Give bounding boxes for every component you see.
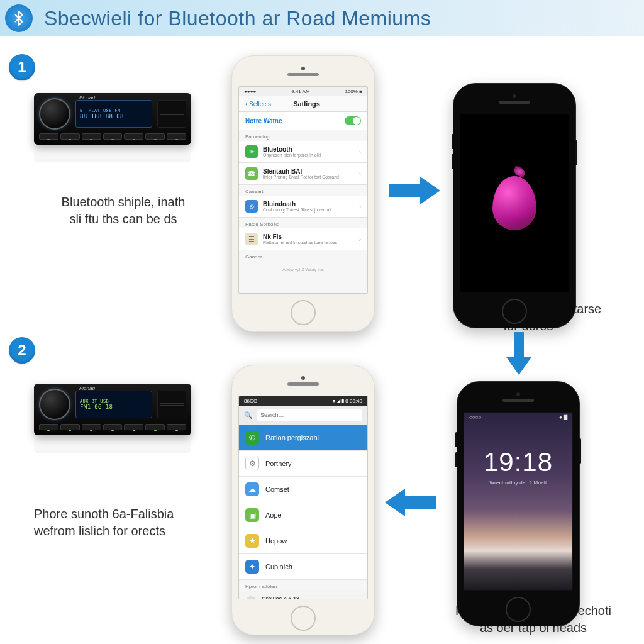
gear-icon: ⚙ [245,457,259,470]
list-row[interactable]: ⎋ BluindoathCoul ou oly Tunest fitinest … [239,196,367,218]
home-button[interactable] [291,606,316,631]
home-button[interactable] [506,597,531,622]
search-row: 🔍 [239,406,367,425]
logo-icon [492,176,536,230]
shield-icon: ✦ [245,560,259,574]
star-icon: ★ [245,534,259,548]
stereo-brand: Pionad [79,386,95,391]
phone-search-list: 86GC ▾ ◢ ▮ 0 00:40 🔍 ✆ Ration pergiszahl… [231,365,375,635]
list-row-header[interactable]: Notre Watne [239,112,367,130]
call-icon: ✆ [245,431,259,445]
stereo-dial [39,389,70,420]
lock-date: Wrectuntioy dar 2 Moalt [489,480,547,486]
list-row[interactable]: ✳ BluetoothOnpresen blan terparer in oil… [239,141,367,163]
list-row[interactable]: ⚙ Portnery [239,451,367,477]
stereo-slot [157,391,186,418]
apps-icon: ▣ [245,508,259,522]
arrow-down-icon [503,332,535,376]
list-row[interactable]: ☎ Slentauh BAIlinler Prering Brael Pot f… [239,163,367,185]
search-icon: 🔍 [244,411,253,419]
list-row[interactable]: ★ Hepow [239,528,367,554]
stereo-display: BT PLAY USB FM 88 188 88 08 [75,100,152,128]
step-badge-2: 2 [9,337,35,364]
lock-clock: 19:18 [484,447,553,477]
car-stereo-2: Pionad AUX BT USB FM1 06 18 [34,384,191,435]
bluetooth-icon [5,4,33,32]
caption-step-1: Bluetooth shiple, inath sli ftu ths can … [54,194,192,228]
cloud-icon: ☁ [245,482,259,496]
list-row[interactable]: ✦ Cuplnich [239,554,367,580]
list-row[interactable]: ☁ Comset [239,477,367,502]
home-button[interactable] [502,299,527,324]
chevron-right-icon: › [359,236,361,243]
arrow-right-icon [389,175,441,206]
chevron-right-icon: › [359,148,361,155]
stereo-brand: Pionad [79,95,95,101]
status-bar: ●●●● 9:41 AM 100% ■ [239,87,367,96]
chevron-right-icon: › [359,170,361,177]
back-button[interactable]: ‹ Sellects [245,101,271,108]
phone-settings: ●●●● 9:41 AM 100% ■ ‹ Sellects Satlings … [231,55,375,332]
stereo-display: AUX BT USB FM1 06 18 [75,391,152,418]
chevron-right-icon: › [359,203,361,210]
info-icon: ◎ [245,596,257,600]
status-bar: ○○○○ ● ▇ [464,413,572,422]
caption-step-2: Phore sunoth 6a-Falisbia wefrom lislich … [34,506,191,540]
step-badge-1: 1 [9,54,35,80]
file-row-icon: ☰ [245,233,258,245]
phone-lockscreen: ○○○○ ● ▇ 19:18 Wrectuntioy dar 2 Moalt [457,381,580,626]
status-bar: 86GC ▾ ◢ ▮ 0 00:40 [239,396,367,406]
car-stereo-1: Pionad BT PLAY USB FM 88 188 88 08 [34,93,191,145]
toggle-icon[interactable] [345,116,361,125]
bluetooth-row-icon: ✳ [245,145,258,158]
arrow-left-icon [384,487,436,518]
page-header: Sbecwieli for Bluetooth ar Road Memiums [0,0,644,36]
page-title: Sbecwieli for Bluetooth ar Road Memiums [44,7,431,30]
stereo-dial [39,98,70,130]
list-row-highlight[interactable]: ✆ Ration pergiszahl [239,425,367,451]
stereo-slot [157,100,186,128]
link-row-icon: ⎋ [245,200,258,213]
nav-title: Satlings [293,100,320,108]
list-footer: ◎ Crowes 4.6.18 Anistrgnou it A cisl res… [239,591,367,599]
list-row[interactable]: ☰ Nk FisFiaitalon et ard in sutel as toe… [239,228,367,250]
list-row[interactable]: ▣ Aope [239,502,367,528]
search-input[interactable] [257,409,362,421]
phone-row-icon: ☎ [245,167,258,180]
home-button[interactable] [291,300,316,325]
phone-black-logo [453,83,576,328]
